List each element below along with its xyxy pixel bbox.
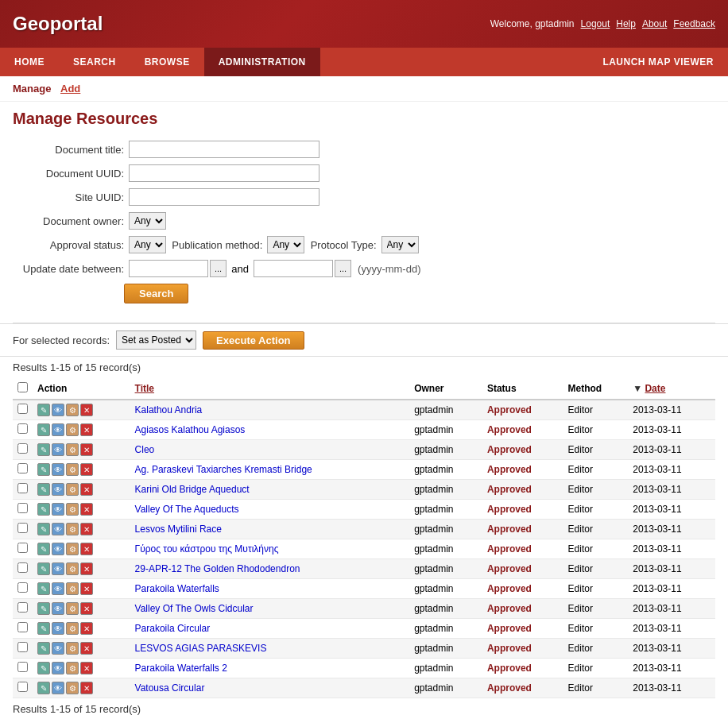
manage-icon[interactable]: ⚙ (66, 543, 79, 555)
view-icon[interactable]: 👁 (52, 602, 64, 615)
manage-icon[interactable]: ⚙ (66, 503, 79, 516)
edit-icon[interactable]: ✎ (37, 662, 50, 674)
delete-icon[interactable]: ✕ (80, 443, 93, 456)
edit-icon[interactable]: ✎ (37, 562, 50, 575)
delete-icon[interactable]: ✕ (80, 562, 93, 575)
delete-icon[interactable]: ✕ (80, 622, 93, 635)
logout-link[interactable]: Logout (581, 18, 610, 29)
row-title-link[interactable]: Valley Of The Owls Cidcular (135, 603, 254, 614)
view-icon[interactable]: 👁 (52, 423, 64, 436)
manage-icon[interactable]: ⚙ (66, 463, 79, 476)
nav-launch-map-viewer[interactable]: LAUNCH MAP VIEWER (588, 48, 728, 76)
row-checkbox[interactable] (17, 642, 28, 652)
manage-icon[interactable]: ⚙ (66, 682, 79, 694)
manage-icon[interactable]: ⚙ (66, 483, 79, 496)
manage-icon[interactable]: ⚙ (66, 404, 79, 416)
row-title-link[interactable]: Parakoila Waterfalls 2 (135, 663, 227, 674)
row-title-link[interactable]: 29-APR-12 The Golden Rhododendron (135, 563, 300, 574)
row-checkbox[interactable] (17, 682, 28, 692)
edit-icon[interactable]: ✎ (37, 463, 50, 476)
edit-icon[interactable]: ✎ (37, 483, 50, 496)
delete-icon[interactable]: ✕ (80, 662, 93, 674)
row-title-link[interactable]: Parakoila Circular (135, 623, 211, 634)
delete-icon[interactable]: ✕ (80, 503, 93, 516)
document-owner-select[interactable]: Any (129, 212, 166, 230)
view-icon[interactable]: 👁 (52, 642, 64, 655)
protocol-type-select[interactable]: Any (381, 236, 419, 253)
row-checkbox[interactable] (17, 523, 28, 533)
delete-icon[interactable]: ✕ (80, 523, 93, 535)
nav-home[interactable]: HOME (0, 48, 59, 76)
row-checkbox[interactable] (17, 562, 28, 573)
row-checkbox[interactable] (17, 503, 28, 513)
row-title-link[interactable]: Valley Of The Aqueducts (135, 504, 239, 515)
edit-icon[interactable]: ✎ (37, 682, 50, 694)
edit-icon[interactable]: ✎ (37, 582, 50, 595)
nav-search[interactable]: SEARCH (59, 48, 130, 76)
row-title-link[interactable]: Γύρος του κάστρου της Μυτιλήνης (135, 543, 279, 555)
document-uuid-input[interactable] (129, 164, 319, 182)
view-icon[interactable]: 👁 (52, 443, 64, 456)
manage-icon[interactable]: ⚙ (66, 662, 79, 674)
action-select[interactable]: Set as Posted Set as Draft Delete (116, 330, 196, 350)
nav-administration[interactable]: ADMINISTRATION (204, 48, 320, 76)
row-checkbox[interactable] (17, 622, 28, 632)
row-checkbox[interactable] (17, 443, 28, 454)
execute-action-button[interactable]: Execute Action (203, 331, 304, 350)
row-checkbox[interactable] (17, 404, 28, 414)
view-icon[interactable]: 👁 (52, 543, 64, 555)
view-icon[interactable]: 👁 (52, 463, 64, 476)
row-title-link[interactable]: Parakoila Waterfalls (135, 583, 219, 594)
manage-icon[interactable]: ⚙ (66, 582, 79, 595)
edit-icon[interactable]: ✎ (37, 642, 50, 655)
delete-icon[interactable]: ✕ (80, 423, 93, 436)
site-uuid-input[interactable] (129, 188, 319, 206)
help-link[interactable]: Help (616, 18, 636, 29)
manage-icon[interactable]: ⚙ (66, 523, 79, 535)
view-icon[interactable]: 👁 (52, 404, 64, 416)
date-to-btn[interactable]: ... (335, 260, 351, 277)
manage-icon[interactable]: ⚙ (66, 642, 79, 655)
row-title-link[interactable]: Karini Old Bridge Aqueduct (135, 484, 250, 495)
delete-icon[interactable]: ✕ (80, 602, 93, 615)
document-title-input[interactable] (129, 141, 319, 158)
row-checkbox[interactable] (17, 602, 28, 613)
view-icon[interactable]: 👁 (52, 582, 64, 595)
row-title-link[interactable]: Ag. Paraskevi Taxiarches Kremasti Bridge (135, 464, 312, 475)
breadcrumb-manage[interactable]: Manage (13, 83, 51, 95)
delete-icon[interactable]: ✕ (80, 582, 93, 595)
view-icon[interactable]: 👁 (52, 483, 64, 496)
select-all-checkbox[interactable] (17, 382, 28, 392)
manage-icon[interactable]: ⚙ (66, 622, 79, 635)
breadcrumb-add[interactable]: Add (60, 83, 80, 95)
view-icon[interactable]: 👁 (52, 622, 64, 635)
edit-icon[interactable]: ✎ (37, 404, 50, 416)
about-link[interactable]: About (642, 18, 667, 29)
view-icon[interactable]: 👁 (52, 562, 64, 575)
row-checkbox[interactable] (17, 483, 28, 493)
date-from-input[interactable] (129, 260, 208, 277)
nav-browse[interactable]: BROWSE (130, 48, 204, 76)
approval-status-select[interactable]: Any (129, 236, 166, 253)
edit-icon[interactable]: ✎ (37, 443, 50, 456)
edit-icon[interactable]: ✎ (37, 543, 50, 555)
row-checkbox[interactable] (17, 543, 28, 553)
row-title-link[interactable]: LESVOS AGIAS PARASKEVIS (135, 643, 267, 654)
manage-icon[interactable]: ⚙ (66, 443, 79, 456)
row-checkbox[interactable] (17, 582, 28, 593)
row-title-link[interactable]: Agiasos Kalathou Agiasos (135, 424, 246, 435)
delete-icon[interactable]: ✕ (80, 483, 93, 496)
edit-icon[interactable]: ✎ (37, 423, 50, 436)
col-date-sort[interactable]: Date (645, 383, 665, 394)
edit-icon[interactable]: ✎ (37, 602, 50, 615)
row-checkbox[interactable] (17, 662, 28, 672)
row-checkbox[interactable] (17, 463, 28, 473)
date-from-btn[interactable]: ... (210, 260, 227, 277)
publication-method-select[interactable]: Any (267, 236, 304, 253)
feedback-link[interactable]: Feedback (673, 18, 715, 29)
search-button[interactable]: Search (124, 284, 188, 303)
edit-icon[interactable]: ✎ (37, 523, 50, 535)
edit-icon[interactable]: ✎ (37, 503, 50, 516)
col-title-sort[interactable]: Title (135, 383, 154, 394)
manage-icon[interactable]: ⚙ (66, 562, 79, 575)
